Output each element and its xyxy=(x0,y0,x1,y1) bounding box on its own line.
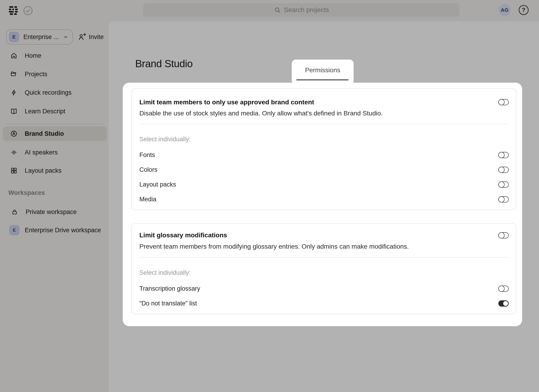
card-title: Limit team members to only use approved … xyxy=(139,98,314,106)
limit-glossary-toggle[interactable] xyxy=(498,232,509,238)
permissions-panel: Limit team members to only use approved … xyxy=(123,83,522,326)
transcription-glossary-toggle[interactable] xyxy=(498,286,509,292)
row-label-fonts: Fonts xyxy=(139,151,155,159)
card-title: Limit glossary modifications xyxy=(139,231,227,239)
limit-brand-content-toggle[interactable] xyxy=(498,99,509,105)
colors-toggle[interactable] xyxy=(498,167,509,173)
select-individually-label: Select individually: xyxy=(139,269,191,277)
select-individually-label: Select individually: xyxy=(139,135,191,143)
brand-content-permission-card: Limit team members to only use approved … xyxy=(131,88,516,210)
card-divider xyxy=(139,257,508,258)
card-description: Prevent team members from modifying glos… xyxy=(139,242,409,251)
row-label-media: Media xyxy=(139,195,156,203)
layout-packs-toggle[interactable] xyxy=(498,181,509,188)
app-window: Search projects AG ? E Enterprise ... In… xyxy=(0,0,539,392)
row-label-transcription-glossary: Transcription glossary xyxy=(139,284,200,293)
active-tab-underline xyxy=(296,79,349,80)
media-toggle[interactable] xyxy=(498,196,509,203)
fonts-toggle[interactable] xyxy=(498,152,509,158)
do-not-translate-toggle[interactable] xyxy=(498,300,509,307)
card-divider xyxy=(139,124,508,124)
tab-permissions[interactable]: Permissions xyxy=(292,60,354,85)
row-label-layout-packs: Layout packs xyxy=(139,180,176,189)
glossary-permission-card: Limit glossary modifications Prevent tea… xyxy=(131,223,516,314)
row-label-colors: Colors xyxy=(139,165,157,174)
row-label-do-not-translate: “Do not translate” list xyxy=(139,299,197,307)
card-description: Disable the use of stock styles and medi… xyxy=(139,109,383,118)
